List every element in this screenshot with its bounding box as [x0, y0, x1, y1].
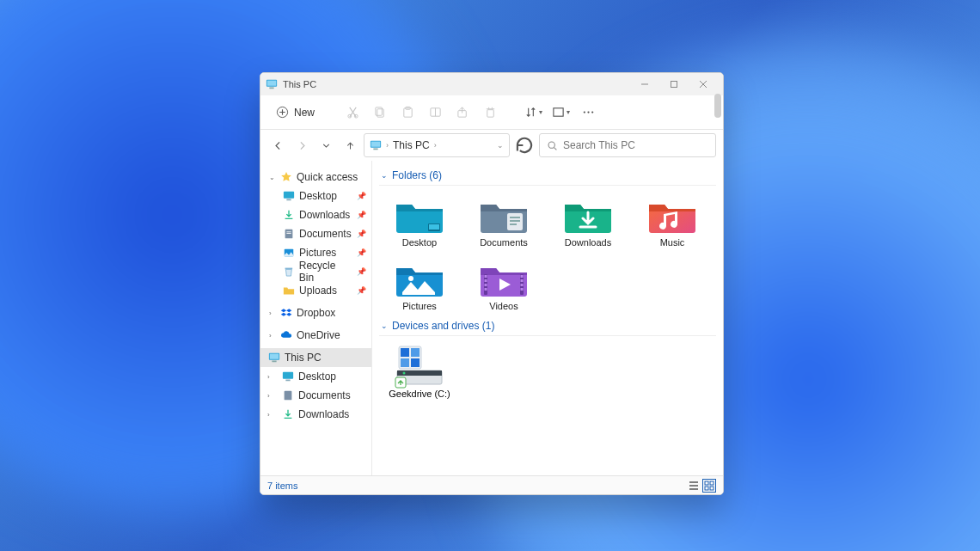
search-input[interactable]	[563, 139, 708, 151]
copy-button[interactable]	[368, 101, 392, 125]
star-icon	[280, 171, 292, 183]
minimize-button[interactable]	[630, 74, 659, 95]
maximize-button[interactable]	[659, 74, 689, 95]
sidebar-item-pc-documents[interactable]: ›Documents	[260, 386, 371, 405]
status-item-count: 7 items	[267, 481, 297, 491]
svg-point-24	[583, 111, 585, 113]
folder-downloads[interactable]: Downloads	[548, 193, 628, 251]
status-bar: 7 items	[260, 475, 723, 494]
svg-rect-19	[487, 110, 493, 117]
view-button[interactable]: ▾	[548, 101, 573, 125]
svg-rect-57	[485, 288, 487, 291]
section-folders-header[interactable]: ⌄ Folders (6)	[379, 164, 716, 186]
paste-button[interactable]	[395, 101, 420, 125]
drive-c[interactable]: Geekdrive (C:)	[379, 343, 460, 399]
sidebar-item-downloads[interactable]: Downloads📌	[260, 205, 371, 224]
pin-icon: 📌	[357, 248, 366, 257]
this-pc-icon	[370, 139, 382, 151]
svg-rect-60	[521, 284, 524, 286]
folders-grid: Desktop Documents Downloads Music Pictur…	[379, 193, 716, 315]
sidebar-dropbox[interactable]: ›Dropbox	[260, 303, 371, 322]
recent-locations-button[interactable]	[315, 135, 336, 156]
chevron-down-icon: ⌄	[381, 171, 388, 180]
svg-rect-36	[286, 233, 291, 234]
svg-rect-44	[285, 391, 292, 401]
pictures-folder-icon	[394, 260, 445, 297]
folder-videos[interactable]: Videos	[463, 256, 544, 315]
svg-rect-29	[373, 149, 377, 150]
svg-rect-4	[671, 82, 677, 88]
svg-rect-58	[521, 275, 524, 278]
folder-pictures[interactable]: Pictures	[379, 256, 460, 315]
svg-rect-23	[553, 108, 562, 116]
svg-rect-72	[710, 481, 714, 485]
chevron-right-icon: ›	[269, 332, 276, 340]
forward-button[interactable]	[291, 135, 312, 156]
pin-icon: 📌	[357, 267, 366, 276]
pin-icon: 📌	[357, 286, 366, 295]
details-view-button[interactable]	[687, 479, 701, 493]
sidebar-item-pc-downloads[interactable]: ›Downloads	[260, 405, 371, 424]
folder-icon	[283, 285, 295, 297]
search-box[interactable]	[539, 133, 716, 157]
svg-rect-71	[705, 481, 708, 485]
sidebar-item-documents[interactable]: Documents📌	[260, 224, 371, 243]
refresh-button[interactable]	[513, 133, 536, 157]
more-button[interactable]	[576, 101, 600, 125]
this-pc-icon	[268, 352, 280, 364]
cut-button[interactable]	[340, 101, 364, 125]
window-title: This PC	[283, 79, 316, 89]
this-pc-icon	[266, 78, 278, 90]
chevron-down-icon: ⌄	[381, 321, 388, 330]
new-label: New	[294, 107, 315, 119]
chevron-right-icon: ›	[267, 411, 274, 419]
drive-icon	[394, 343, 445, 386]
sidebar-item-recycle-bin[interactable]: Recycle Bin📌	[260, 262, 371, 281]
svg-rect-65	[401, 358, 409, 367]
folder-music[interactable]: Music	[632, 193, 713, 251]
new-button[interactable]: New	[269, 101, 322, 125]
address-bar[interactable]: › This PC › ⌄	[364, 133, 510, 157]
back-button[interactable]	[267, 135, 288, 156]
sidebar-onedrive[interactable]: ›OneDrive	[260, 326, 371, 345]
svg-rect-41	[272, 361, 276, 363]
up-button[interactable]	[340, 135, 360, 156]
section-drives-header[interactable]: ⌄ Devices and drives (1)	[379, 315, 716, 336]
rename-button[interactable]	[423, 101, 447, 125]
svg-rect-46	[429, 224, 439, 230]
sidebar-item-desktop[interactable]: Desktop📌	[260, 187, 371, 205]
titlebar[interactable]: This PC	[260, 73, 723, 95]
document-icon	[283, 228, 295, 240]
documents-folder-icon	[478, 196, 530, 234]
desktop-folder-icon	[394, 196, 445, 234]
svg-rect-73	[705, 487, 708, 490]
svg-point-30	[548, 142, 554, 148]
sidebar-quick-access[interactable]: ⌄ Quick access	[260, 168, 371, 187]
svg-rect-1	[267, 81, 277, 86]
chevron-right-icon: ›	[267, 373, 274, 381]
music-folder-icon	[646, 196, 698, 234]
svg-rect-42	[283, 372, 293, 379]
downloads-folder-icon	[562, 196, 614, 234]
sidebar-this-pc[interactable]: ⌄This PC	[260, 348, 371, 367]
search-icon	[547, 140, 558, 151]
close-button[interactable]	[689, 74, 718, 95]
content-area[interactable]: ⌄ Folders (6) Desktop Documents Download…	[372, 161, 723, 475]
onedrive-icon	[280, 329, 292, 341]
svg-rect-2	[269, 88, 273, 89]
sidebar-item-uploads[interactable]: Uploads📌	[260, 281, 371, 300]
sidebar-item-pc-desktop[interactable]: ›Desktop	[260, 367, 371, 386]
folder-documents[interactable]: Documents	[463, 193, 544, 251]
folder-desktop[interactable]: Desktop	[379, 193, 460, 251]
pictures-icon	[283, 247, 295, 259]
address-dropdown-icon[interactable]: ⌄	[497, 141, 504, 150]
icons-view-button[interactable]	[702, 479, 716, 493]
download-icon	[283, 209, 295, 221]
address-location: This PC	[393, 139, 430, 151]
sort-button[interactable]: ▾	[521, 101, 545, 125]
toolbar: New ▾ ▾	[260, 95, 723, 130]
svg-line-31	[554, 147, 557, 150]
delete-button[interactable]	[478, 101, 502, 125]
share-button[interactable]	[450, 101, 475, 125]
chevron-down-icon: ⌄	[269, 174, 276, 181]
